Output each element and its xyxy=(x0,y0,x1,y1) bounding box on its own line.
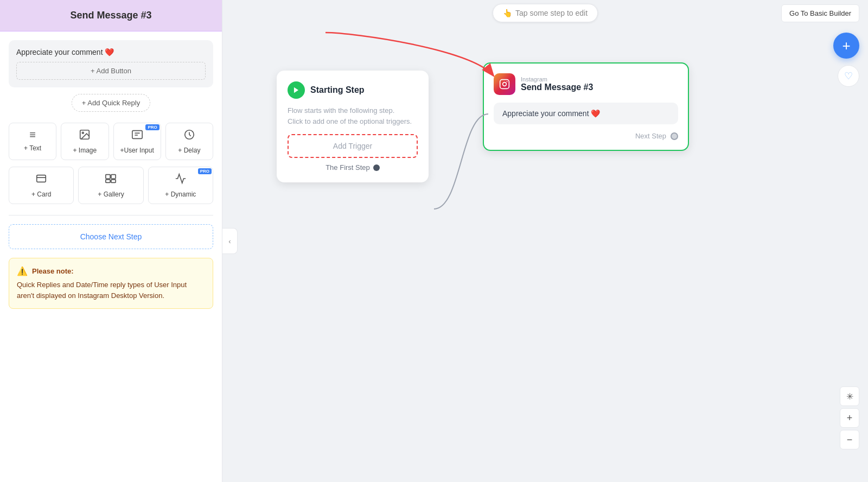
top-bar: 👆 Tap some step to edit xyxy=(222,0,868,26)
panel-body: Appreciate your comment ❤️ + Add Button … xyxy=(0,31,222,318)
tap-hint-text: Tap some step to edit xyxy=(515,9,588,17)
gallery-label: + Gallery xyxy=(98,191,124,198)
dynamic-label: + Dynamic xyxy=(165,191,196,198)
svg-rect-6 xyxy=(37,175,46,182)
first-step-label: The First Step xyxy=(288,163,418,172)
instagram-message-node[interactable]: Instagram Send Message #3 Appreciate you… xyxy=(483,62,689,151)
starting-step-desc: Flow starts with the following step.Clic… xyxy=(288,105,418,126)
card-icon xyxy=(35,173,47,187)
svg-rect-10 xyxy=(106,180,110,183)
svg-rect-11 xyxy=(111,180,116,183)
instagram-node-title: Send Message #3 xyxy=(521,83,593,92)
divider xyxy=(9,215,213,215)
fab-add-btn[interactable]: + xyxy=(833,33,859,59)
next-step-label: Next Step xyxy=(635,132,666,140)
add-user-input-btn[interactable]: PRO +User Input xyxy=(113,123,161,160)
add-dynamic-btn[interactable]: PRO + Dynamic xyxy=(148,167,213,204)
note-header: ⚠️ Please note: xyxy=(17,266,205,276)
plus-zoom-icon: + xyxy=(847,413,853,424)
instagram-icon xyxy=(494,73,515,95)
message-text: Appreciate your comment ❤️ xyxy=(16,48,206,56)
add-gallery-btn[interactable]: + Gallery xyxy=(78,167,143,204)
delay-icon xyxy=(183,129,195,143)
svg-point-16 xyxy=(503,83,507,86)
quick-reply-area: + Add Quick Reply xyxy=(9,94,213,112)
message-bubble-area: Appreciate your comment ❤️ + Add Button xyxy=(9,40,213,87)
right-canvas: 👆 Tap some step to edit Go To Basic Buil… xyxy=(222,0,868,482)
svg-rect-2 xyxy=(132,131,142,139)
add-trigger-btn[interactable]: Add Trigger xyxy=(288,134,418,158)
chevron-left-icon: ‹ xyxy=(228,237,231,245)
add-text-btn[interactable]: ≡ + Text xyxy=(9,123,56,160)
minus-zoom-icon: − xyxy=(847,434,853,446)
instagram-message-bubble: Appreciate your comment ❤️ xyxy=(494,103,678,124)
image-label: + Image xyxy=(73,147,97,154)
note-text: Quick Replies and Date/Time reply types … xyxy=(17,280,205,301)
tap-hint: 👆 Tap some step to edit xyxy=(493,4,598,22)
content-types-row2: + Card + Gallery PRO xyxy=(9,167,213,204)
collapse-panel-btn[interactable]: ‹ xyxy=(222,228,238,254)
note-header-text: Please note: xyxy=(32,267,74,275)
left-panel: Send Message #3 Appreciate your comment … xyxy=(0,0,222,482)
gallery-icon xyxy=(105,173,117,187)
image-icon xyxy=(79,129,91,143)
dynamic-icon xyxy=(175,173,187,187)
panel-header: Send Message #3 xyxy=(0,0,222,31)
auto-layout-btn[interactable]: ✳ xyxy=(840,386,859,406)
content-types-row1: ≡ + Text + Image PRO xyxy=(9,123,213,160)
heart-icon: ♡ xyxy=(844,70,853,82)
text-icon: ≡ xyxy=(29,129,36,141)
warning-icon: ⚠️ xyxy=(17,266,28,276)
add-button-btn[interactable]: + Add Button xyxy=(16,62,206,80)
add-image-btn[interactable]: + Image xyxy=(61,123,108,160)
add-delay-btn[interactable]: + Delay xyxy=(165,123,213,160)
text-label: + Text xyxy=(24,144,41,152)
next-step-row: Next Step xyxy=(494,132,678,140)
zoom-in-btn[interactable]: + xyxy=(840,408,859,428)
pro-badge: PRO xyxy=(145,124,159,130)
pro-badge-dynamic: PRO xyxy=(198,168,212,174)
svg-point-17 xyxy=(507,81,508,82)
plus-icon: + xyxy=(842,37,850,54)
first-step-dot xyxy=(373,164,380,171)
user-input-label: +User Input xyxy=(120,147,154,154)
instagram-node-meta: Instagram Send Message #3 xyxy=(521,76,593,92)
tap-hint-icon: 👆 xyxy=(503,9,512,17)
next-step-dot xyxy=(671,132,678,140)
zoom-out-btn[interactable]: − xyxy=(840,430,859,449)
svg-rect-15 xyxy=(500,80,509,89)
instagram-node-header: Instagram Send Message #3 xyxy=(494,73,678,95)
svg-marker-14 xyxy=(294,87,298,93)
instagram-platform-label: Instagram xyxy=(521,76,593,83)
starting-node-header: Starting Step xyxy=(288,81,418,99)
play-icon xyxy=(288,81,305,99)
sparkle-icon: ✳ xyxy=(846,391,853,402)
card-label: + Card xyxy=(31,191,51,198)
note-box: ⚠️ Please note: Quick Replies and Date/T… xyxy=(9,258,213,309)
svg-point-1 xyxy=(82,132,84,134)
starting-step-node[interactable]: Starting Step Flow starts with the follo… xyxy=(277,71,429,182)
svg-rect-8 xyxy=(106,175,110,179)
starting-step-title: Starting Step xyxy=(310,85,365,95)
svg-rect-9 xyxy=(111,175,116,179)
choose-next-step-btn[interactable]: Choose Next Step xyxy=(9,224,213,249)
user-input-icon xyxy=(131,129,143,143)
zoom-controls: + − xyxy=(840,408,859,449)
add-card-btn[interactable]: + Card xyxy=(9,167,74,204)
delay-label: + Delay xyxy=(178,147,200,154)
panel-title: Send Message #3 xyxy=(70,10,151,21)
fab-heart-btn[interactable]: ♡ xyxy=(838,65,859,87)
add-quick-reply-btn[interactable]: + Add Quick Reply xyxy=(72,94,150,112)
